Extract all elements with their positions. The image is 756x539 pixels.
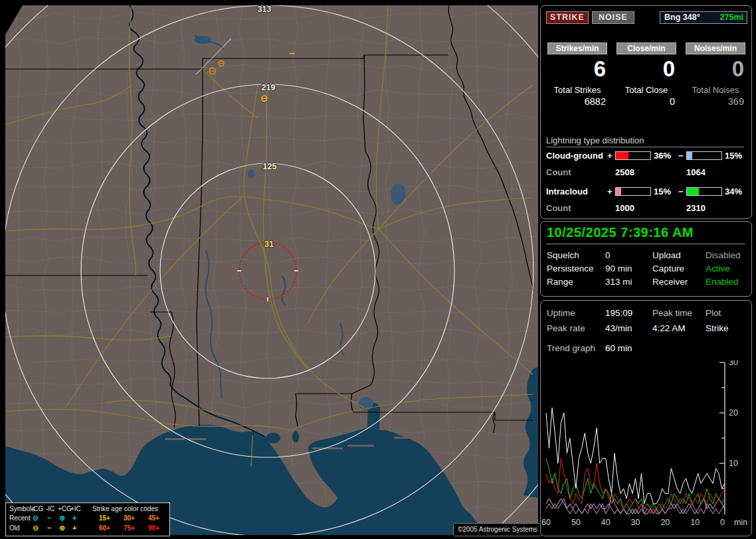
legend-row-recent-label: Recent <box>9 514 31 522</box>
noises-column: Noises/min 0 Total Noises 369 <box>682 42 749 107</box>
cg-plus-bar <box>615 151 651 160</box>
age-code-15: 15+ <box>99 514 110 522</box>
bearing-distance: 275mi <box>720 12 743 23</box>
svg-text:31: 31 <box>264 240 274 249</box>
plus-sign: + <box>607 187 613 196</box>
circle-minus-icon: ⊖ <box>33 524 39 532</box>
plot-type-value: Strike <box>706 323 729 333</box>
svg-text:125: 125 <box>263 162 277 171</box>
cg-minus-pct: 15% <box>725 151 742 161</box>
svg-text:30: 30 <box>631 518 640 527</box>
plot-label: Plot <box>706 308 721 318</box>
status-panel: 10/25/2025 7:39:16 AM Squelch 0 Upload D… <box>540 221 752 297</box>
peak-rate-value: 43/min <box>605 323 632 333</box>
noise-mode-button[interactable]: NOISE <box>592 11 634 24</box>
minus-sign: − <box>678 151 684 161</box>
receiver-label: Receiver <box>652 277 688 287</box>
count-label: Count <box>546 203 571 213</box>
legend-header-ic-pos: +IC <box>70 505 81 512</box>
svg-text:313: 313 <box>258 5 272 14</box>
legend-header-cg-pos: +CG <box>58 505 72 512</box>
svg-text:50: 50 <box>571 518 581 527</box>
plus-icon: + <box>72 514 76 522</box>
total-close-value: 0 <box>613 96 680 107</box>
trend-panel: Uptime 195:09 Peak time Plot Peak rate 4… <box>540 300 752 536</box>
legend-header-cg-neg: -CG <box>31 505 43 512</box>
svg-text:10: 10 <box>729 459 738 468</box>
counters-panel: STRIKE NOISE Bng 348° 275mi Strikes/min … <box>540 5 752 219</box>
svg-text:40: 40 <box>601 518 611 527</box>
ic-minus-count: 2310 <box>686 203 706 213</box>
plus-icon: + <box>72 524 76 532</box>
plus-sign: + <box>607 151 613 161</box>
cg-plus-count: 2508 <box>615 167 634 177</box>
squelch-label: Squelch <box>547 250 579 260</box>
cg-plus-pct: 36% <box>654 151 671 161</box>
receiver-state: Enabled <box>706 277 739 287</box>
strikes-per-min-value: 6 <box>543 56 611 82</box>
persistence-label: Persistence <box>547 264 594 273</box>
minus-icon: − <box>47 514 51 522</box>
age-code-90: 90+ <box>148 524 159 532</box>
circle-minus-icon: ⊖ <box>33 514 39 522</box>
trend-chart: 1020306050403020100min <box>541 360 751 534</box>
distribution-title: Lightning type distribution <box>546 135 744 147</box>
close-per-min-value: 0 <box>613 56 680 82</box>
datetime-display: 10/25/2025 7:39:16 AM <box>547 225 694 240</box>
svg-text:219: 219 <box>262 83 276 92</box>
total-noises-label: Total Noises <box>682 85 749 95</box>
total-strikes-label: Total Strikes <box>543 85 611 95</box>
svg-text:20: 20 <box>660 518 670 527</box>
uptime-label: Uptime <box>547 308 575 318</box>
ic-minus-bar <box>686 187 722 196</box>
trend-graph-label: Trend graph <box>547 343 595 353</box>
noises-per-min-value: 0 <box>682 56 749 82</box>
trend-graph-window: 60 min <box>605 343 632 353</box>
peak-rate-label: Peak rate <box>547 323 585 333</box>
uptime-value: 195:09 <box>605 308 632 318</box>
svg-text:min: min <box>734 518 747 527</box>
close-column: Close/min 0 Total Close 0 <box>613 42 680 107</box>
copyright-badge: ©2005 Astrogenic Systems <box>453 523 542 536</box>
squelch-value: 0 <box>605 250 611 260</box>
bearing-readout: Bng 348° 275mi <box>660 11 747 24</box>
circle-plus-icon: ⊕ <box>59 514 65 522</box>
bearing-label: Bng 348° <box>664 12 700 23</box>
range-value: 313 mi <box>605 277 632 287</box>
cg-minus-bar <box>686 151 722 160</box>
count-label: Count <box>546 167 571 177</box>
minus-icon: − <box>47 524 51 532</box>
age-code-30: 30+ <box>124 514 135 522</box>
svg-text:10: 10 <box>690 518 700 527</box>
legend-header-ic-neg: -IC <box>46 505 54 512</box>
map-symbol-legend: Symbols -CG -IC +CG +IC Strike age color… <box>5 502 170 536</box>
upload-label: Upload <box>652 250 681 260</box>
storm-map[interactable]: 31125219313 Symbols -CG -IC +CG +IC Stri… <box>5 5 538 535</box>
map-canvas: 31125219313 <box>5 5 538 535</box>
total-noises-value: 369 <box>682 96 749 107</box>
legend-header-age-codes: Strike age color codes <box>92 505 158 512</box>
ic-plus-bar <box>615 187 651 196</box>
strike-mode-button[interactable]: STRIKE <box>546 11 589 24</box>
strikes-per-min-chip: Strikes/min <box>547 42 607 54</box>
peak-time-label: Peak time <box>652 308 692 318</box>
intracloud-label: Intracloud <box>546 187 588 196</box>
upload-state: Disabled <box>706 250 741 260</box>
svg-text:30: 30 <box>729 360 738 367</box>
age-code-75: 75+ <box>124 524 135 532</box>
svg-text:60: 60 <box>541 518 551 527</box>
total-strikes-value: 6882 <box>543 96 611 107</box>
divider <box>546 244 745 244</box>
capture-label: Capture <box>652 264 684 273</box>
range-label: Range <box>547 277 573 287</box>
peak-time-value: 4:22 AM <box>652 323 686 333</box>
cloud-ground-label: Cloud-ground <box>546 151 603 161</box>
ic-plus-count: 1000 <box>615 203 634 213</box>
age-code-60: 60+ <box>99 524 110 532</box>
total-close-label: Total Close <box>613 85 680 95</box>
ic-minus-pct: 34% <box>725 187 742 196</box>
minus-sign: − <box>678 187 684 196</box>
age-code-45: 45+ <box>148 514 159 522</box>
intracloud-row: Intracloud + 15% − 34% <box>541 187 751 196</box>
ic-plus-pct: 15% <box>654 187 671 196</box>
